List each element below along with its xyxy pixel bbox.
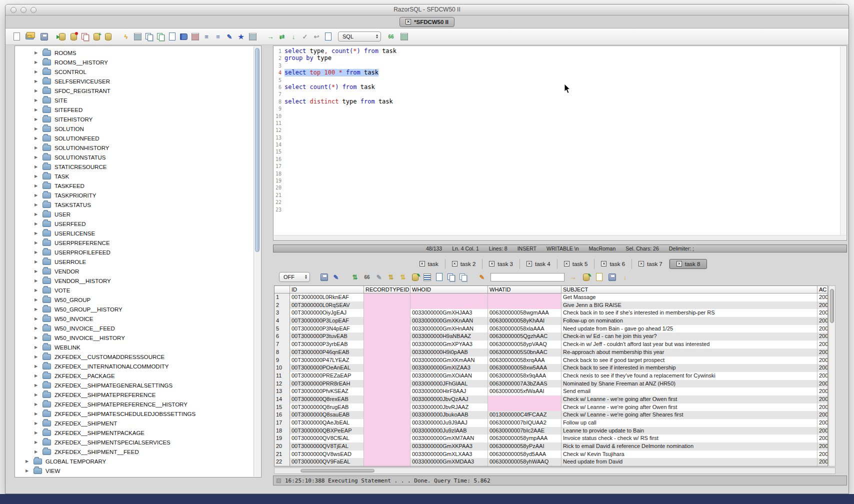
table-row[interactable]: 600T3000000P3tuvEAB0033000000H9aNBAAZ006… xyxy=(274,332,828,340)
tree-item[interactable]: ▶W50_INVOICE__FEED xyxy=(16,324,254,333)
tree-item[interactable]: ▶SOLUTION xyxy=(16,124,254,134)
expand-arrow-icon[interactable]: ▶ xyxy=(34,440,40,444)
save-results-icon[interactable] xyxy=(319,272,329,282)
table-cell[interactable]: Check-in w/ Jeff - couldn't afford last … xyxy=(562,340,818,348)
editor-line[interactable]: 1select type, count(*) from task xyxy=(274,48,840,54)
table-cell[interactable]: Check back to see if interested in membe… xyxy=(562,364,818,372)
column-header[interactable]: RECORDTYPEID xyxy=(364,286,410,293)
table-cell[interactable]: 00T3000000P3tuvEAB xyxy=(290,332,364,340)
expand-arrow-icon[interactable]: ▶ xyxy=(34,202,40,207)
expand-arrow-icon[interactable]: ▶ xyxy=(34,50,40,55)
result-tab[interactable]: ✕task 7 xyxy=(632,259,670,269)
table-cell[interactable]: 0033000000GmXOiAAN xyxy=(410,372,488,380)
tree-item[interactable]: ▶TASKSTATUS xyxy=(16,200,254,210)
table-row[interactable]: 1200T3000000PRR8rEAH0033000000JFhGlAAL00… xyxy=(274,380,828,388)
format-sql-icon[interactable]: ✎ xyxy=(224,32,234,42)
table-cell[interactable] xyxy=(364,364,410,372)
close-tab-icon[interactable]: ✕ xyxy=(564,261,570,266)
expand-arrow-icon[interactable]: ▶ xyxy=(34,70,40,74)
form-view-icon[interactable] xyxy=(434,272,444,282)
table-cell[interactable]: 0033000000GmXKnAAN xyxy=(410,317,488,325)
table-cell[interactable] xyxy=(364,340,410,348)
insert-row-icon[interactable]: ⇅ xyxy=(386,272,396,282)
tree-item[interactable]: ▶USER xyxy=(16,210,254,219)
tree-item[interactable]: ▶ZKFEDEX__PACKAGE xyxy=(16,371,254,380)
tree-item[interactable]: ▶W50_GROUP__HISTORY xyxy=(16,304,254,314)
table-cell[interactable]: 0033000000GmXHnAAN xyxy=(410,325,488,333)
table-cell[interactable]: 00T3000000PfvKSEAZ xyxy=(290,388,364,396)
expand-arrow-icon[interactable]: ▶ xyxy=(34,298,40,302)
column-header[interactable]: ID xyxy=(290,286,364,293)
table-cell[interactable]: 0033000000H9i0pAAB xyxy=(410,348,488,356)
table-cell[interactable]: Nominated by Shane Freeman at ANZ (HR50) xyxy=(562,380,818,388)
commit-icon[interactable]: ✓ xyxy=(300,32,310,42)
editor-vertical-scrollbar[interactable] xyxy=(840,46,846,235)
table-row[interactable]: 1600T3000000Q8sauEAB0033000000JbukoAAB00… xyxy=(274,411,828,419)
table-cell[interactable]: 0033000000GmXKPAA3 xyxy=(410,442,488,450)
docs-icon[interactable] xyxy=(178,32,188,42)
download-icon[interactable]: ↓ xyxy=(620,272,630,282)
column-header[interactable]: WHATID xyxy=(488,286,562,293)
refresh-results-icon[interactable]: ⇅ xyxy=(350,272,360,282)
editor-line[interactable]: 10 xyxy=(274,112,840,120)
table-cell[interactable] xyxy=(488,396,562,404)
table-cell[interactable]: 00T3000000P3LopEAF xyxy=(290,317,364,325)
table-cell[interactable]: 00T3000000P46qnEAB xyxy=(290,348,364,356)
reload-table-icon[interactable] xyxy=(410,272,420,282)
table-cell[interactable]: Follow-up on nomination xyxy=(562,317,818,325)
edit-table-icon[interactable] xyxy=(581,272,591,282)
expand-arrow-icon[interactable]: ▶ xyxy=(34,250,40,254)
expand-arrow-icon[interactable]: ▶ xyxy=(34,278,40,283)
table-cell[interactable]: Check w/ Kevin Tsujihara xyxy=(562,450,818,458)
quotes-icon[interactable]: 66 xyxy=(386,32,396,42)
save-grid-icon[interactable] xyxy=(607,272,617,282)
table-vertical-scrollbar-thumb[interactable] xyxy=(830,289,834,323)
table-cell[interactable]: Follow up call xyxy=(562,419,818,427)
table-cell[interactable]: 0033000000JbvQzAAJ xyxy=(410,396,488,404)
sort-icon[interactable]: ⇅ xyxy=(398,272,408,282)
highlight-pen-icon[interactable]: ✎ xyxy=(477,272,487,282)
table-cell[interactable] xyxy=(364,348,410,356)
table-row[interactable]: 1800T3000000QBXPeEAP0033000000Ju9zIAAB00… xyxy=(274,427,828,435)
table-cell[interactable]: 200 xyxy=(818,458,828,466)
editor-line[interactable]: 9 xyxy=(274,105,840,112)
editor-line[interactable]: 2group by type xyxy=(274,54,840,62)
table-cell[interactable]: 200 xyxy=(818,388,828,396)
log-list-icon[interactable] xyxy=(399,32,409,42)
table-cell[interactable]: 006300000058ypVAAQ xyxy=(488,340,562,348)
table-cell[interactable]: 0033000000GmXLXAA3 xyxy=(410,450,488,458)
expand-arrow-icon[interactable]: ▶ xyxy=(34,174,40,178)
tree-item[interactable]: ▶ZKFEDEX__CUSTOMADDRESSSOURCE xyxy=(16,352,254,362)
table-cell[interactable]: 00T3000000QV8wsEAD xyxy=(290,450,364,458)
result-tab[interactable]: ✕task 6 xyxy=(594,259,632,269)
table-row[interactable]: 900T3000000P47LYEAZ0033000000GmXKmAAN006… xyxy=(274,356,828,364)
table-cell[interactable] xyxy=(364,458,410,466)
expand-arrow-icon[interactable]: ▶ xyxy=(34,108,40,112)
editor-line[interactable]: 6select count(*) from task xyxy=(274,84,840,90)
expand-arrow-icon[interactable]: ▶ xyxy=(34,430,40,435)
tree-item[interactable]: ▶ZKFEDEX__SHIPMENT__FEED xyxy=(16,447,254,456)
tree-item[interactable]: ▶VIEW xyxy=(16,466,254,476)
expand-arrow-icon[interactable]: ▶ xyxy=(34,402,40,406)
table-cell[interactable]: Check-in w/ Ed - can he join this year? xyxy=(562,332,818,340)
table-cell[interactable] xyxy=(410,302,488,310)
table-cell[interactable] xyxy=(364,450,410,458)
table-cell[interactable]: Get Massage xyxy=(562,294,818,302)
tree-item[interactable]: ▶ZKFEDEX__SHIPMENTSPECIALSERVICES xyxy=(16,438,254,447)
expand-arrow-icon[interactable]: ▶ xyxy=(34,383,40,388)
table-cell[interactable] xyxy=(364,372,410,380)
tree-item[interactable]: ▶SITE xyxy=(16,96,254,105)
save-file-icon[interactable] xyxy=(39,32,49,42)
editor-line[interactable]: 15 xyxy=(274,148,840,155)
table-cell[interactable]: 00630000007bIQUAA2 xyxy=(488,419,562,427)
table-horizontal-scrollbar-thumb[interactable] xyxy=(300,469,374,472)
editor-line[interactable]: 13 xyxy=(274,134,840,141)
execute-forward-icon[interactable]: → xyxy=(266,32,276,42)
sql-editor-lines[interactable]: 1select type, count(*) from task2group b… xyxy=(274,46,840,235)
table-cell[interactable]: 006300000058yd5AAA xyxy=(488,450,562,458)
table-row[interactable]: 700T3000000P3yrbEAB0033000000GmXPYAA3006… xyxy=(274,340,828,348)
tree-item[interactable]: ▶VENDOR__HISTORY xyxy=(16,276,254,286)
align-icon[interactable]: ≡ xyxy=(213,32,223,42)
tree-item[interactable]: ▶SFDC_REGISTRANT xyxy=(16,86,254,96)
expand-arrow-icon[interactable]: ▶ xyxy=(34,336,40,340)
